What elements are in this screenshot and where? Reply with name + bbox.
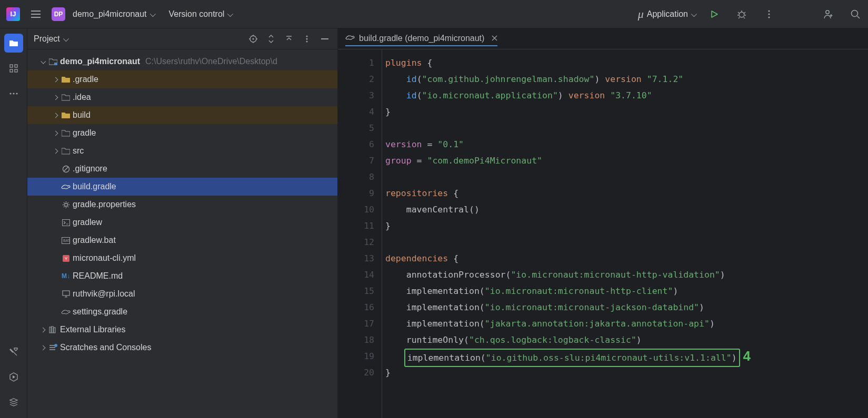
close-tab-button[interactable] xyxy=(492,34,497,43)
code-editor[interactable]: 1234567891011121314151617181920 plugins … xyxy=(338,49,868,418)
svg-point-11 xyxy=(13,93,14,94)
svg-rect-7 xyxy=(15,65,17,67)
gradle-icon xyxy=(61,308,71,315)
project-tree[interactable]: demo_pi4micronaut C:\Users\ruthv\OneDriv… xyxy=(27,49,337,418)
folder-icon xyxy=(61,94,71,101)
kebab-icon xyxy=(768,10,770,18)
tree-root-name: demo_pi4micronaut xyxy=(60,57,140,66)
structure-tool-button[interactable] xyxy=(4,59,23,78)
tree-item[interactable]: gradle.properties xyxy=(27,196,337,213)
tree-item-label: settings.gradle xyxy=(73,307,127,317)
svg-point-22 xyxy=(64,203,67,206)
tree-item[interactable]: .gradle xyxy=(27,70,337,88)
hammer-icon xyxy=(9,347,18,356)
tree-item[interactable]: BAT gradlew.bat xyxy=(27,231,337,249)
svg-rect-8 xyxy=(10,69,13,72)
svg-rect-29 xyxy=(49,327,51,333)
project-panel-header: Project xyxy=(27,28,337,49)
code-content[interactable]: plugins { id("com.github.johnrengelman.s… xyxy=(382,49,751,418)
svg-point-2 xyxy=(768,13,770,15)
svg-point-32 xyxy=(54,344,57,347)
project-panel-title: Project xyxy=(34,34,60,44)
vcs-label: Version control xyxy=(169,9,225,19)
svg-rect-28 xyxy=(63,291,69,295)
tree-item-label: gradlew xyxy=(73,218,102,227)
tree-item[interactable]: Y micronaut-cli.yml xyxy=(27,249,337,267)
tree-item-label: .idea xyxy=(73,93,91,102)
tree-item[interactable]: .idea xyxy=(27,88,337,106)
svg-point-1 xyxy=(768,10,770,12)
tree-root[interactable]: demo_pi4micronaut C:\Users\ruthv\OneDriv… xyxy=(27,53,337,70)
close-icon xyxy=(492,35,497,41)
svg-rect-6 xyxy=(10,65,13,67)
chevron-right-icon xyxy=(52,78,59,81)
select-opened-file-button[interactable] xyxy=(247,33,260,45)
bug-icon xyxy=(737,9,746,19)
svg-point-4 xyxy=(826,10,829,13)
svg-rect-20 xyxy=(54,63,57,65)
tree-options-button[interactable] xyxy=(301,33,313,45)
libraries-icon xyxy=(48,326,58,333)
markdown-icon: M↓ xyxy=(61,272,71,280)
tree-scratches[interactable]: Scratches and Consoles xyxy=(27,339,337,356)
left-tool-strip xyxy=(0,28,27,418)
tree-item[interactable]: build.gradle xyxy=(27,178,337,196)
tree-item[interactable]: build xyxy=(27,106,337,124)
tree-item-label: gradle.properties xyxy=(73,200,136,209)
collapse-all-button[interactable] xyxy=(283,33,295,45)
chevron-down-icon xyxy=(150,9,154,19)
run-tool-button[interactable] xyxy=(4,368,23,386)
editor-tab[interactable]: build.gradle (demo_pi4micronaut) xyxy=(345,32,497,46)
expand-collapse-button[interactable] xyxy=(265,33,277,45)
add-user-icon xyxy=(823,9,833,19)
more-tool-button[interactable] xyxy=(4,84,23,103)
scratches-icon xyxy=(48,344,58,351)
run-config-selector[interactable]: μ Application xyxy=(638,7,695,21)
play-hex-icon xyxy=(9,372,18,382)
tree-item-label: micronaut-cli.yml xyxy=(73,253,136,263)
minimize-icon xyxy=(321,38,328,39)
hide-panel-button[interactable] xyxy=(318,33,331,45)
svg-point-12 xyxy=(16,93,17,94)
chevron-down-icon xyxy=(39,60,46,64)
chevron-right-icon xyxy=(52,114,59,117)
editor-area: build.gradle (demo_pi4micronaut) 1234567… xyxy=(338,28,868,418)
tree-external-libraries[interactable]: External Libraries xyxy=(27,321,337,339)
run-button[interactable] xyxy=(706,6,723,23)
chevron-down-icon xyxy=(227,9,232,19)
tree-item[interactable]: ruthvik@rpi.local xyxy=(27,285,337,303)
code-with-me-button[interactable] xyxy=(820,6,836,23)
chevron-right-icon xyxy=(52,131,59,135)
shell-icon xyxy=(61,219,71,226)
tree-item-label: .gitignore xyxy=(73,164,107,174)
gutter: 1234567891011121314151617181920 xyxy=(338,49,382,418)
folder-icon xyxy=(61,76,71,83)
gradle-icon xyxy=(345,34,355,43)
tree-item-label: gradle xyxy=(73,128,96,138)
svg-point-10 xyxy=(9,93,11,94)
folder-icon xyxy=(61,148,71,155)
tree-item[interactable]: settings.gradle xyxy=(27,303,337,321)
highlighted-dependency: implementation("io.github.oss-slu:pi4mic… xyxy=(404,349,740,367)
project-tool-button[interactable] xyxy=(4,34,23,53)
build-tool-button[interactable] xyxy=(4,342,23,361)
vcs-selector[interactable]: Version control xyxy=(169,9,232,19)
tree-item[interactable]: gradle xyxy=(27,124,337,142)
chevron-down-icon xyxy=(691,9,695,19)
services-tool-button[interactable] xyxy=(4,393,23,412)
debug-button[interactable] xyxy=(733,6,750,23)
svg-point-18 xyxy=(306,40,308,42)
tree-item-label: External Libraries xyxy=(60,325,126,334)
project-selector[interactable]: demo_pi4micronaut xyxy=(73,9,154,19)
tree-item[interactable]: gradlew xyxy=(27,213,337,231)
project-panel: Project demo_pi4micronaut C:\Users\ruthv… xyxy=(27,28,338,418)
tree-item[interactable]: .gitignore xyxy=(27,160,337,178)
svg-rect-30 xyxy=(52,326,53,333)
tree-item[interactable]: M↓ README.md xyxy=(27,267,337,285)
tree-item[interactable]: src xyxy=(27,142,337,160)
more-actions-button[interactable] xyxy=(761,6,777,23)
svg-rect-23 xyxy=(62,219,69,226)
search-everywhere-button[interactable] xyxy=(847,6,864,23)
svg-point-5 xyxy=(852,10,858,16)
main-menu-button[interactable] xyxy=(27,6,44,23)
